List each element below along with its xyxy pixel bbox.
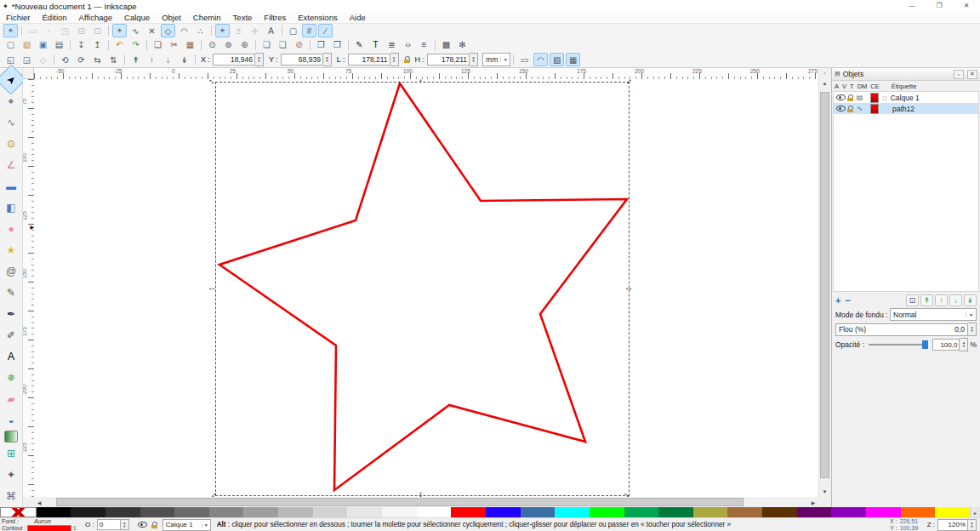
menu-item[interactable]: Objet [156, 12, 187, 23]
separator[interactable] [124, 54, 125, 65]
snap-rotation-centers[interactable]: ✛ [248, 24, 262, 37]
vertical-scroll-thumb[interactable] [820, 92, 829, 478]
separator[interactable] [108, 40, 109, 50]
width-spinner[interactable]: ▲▼ [390, 53, 399, 66]
snap-object-centers[interactable]: ± [231, 24, 246, 37]
snap-bbox-centers[interactable]: ⊡ [90, 24, 105, 37]
redo[interactable]: ↷ [128, 38, 143, 52]
unit-select[interactable]: mm ▼ [482, 53, 510, 66]
lock-ratio-icon[interactable] [404, 56, 410, 63]
document-properties[interactable]: ▩ [439, 38, 453, 52]
snap-cusp-nodes[interactable]: ◇ [161, 24, 175, 37]
stroke-color-swatch[interactable] [27, 525, 71, 531]
move-to-bottom[interactable]: ↡ [964, 294, 977, 306]
zoom-selection[interactable]: ⊙ [205, 38, 219, 52]
tool-gradient[interactable] [4, 431, 18, 442]
palette-swatch[interactable] [624, 507, 659, 517]
lock-icon[interactable] [847, 94, 853, 101]
horizontal-scrollbar[interactable]: ◀ ▶ [34, 497, 818, 507]
dock-icon[interactable]: ▫ [954, 70, 964, 79]
zoom-corner-button[interactable]: ▫ [819, 68, 830, 78]
vertical-scrollbar[interactable]: ▫ ▲ ▼ [818, 68, 830, 497]
snap-path-intersections[interactable]: ✕ [145, 24, 159, 37]
horizontal-scroll-thumb[interactable] [56, 498, 744, 506]
highlight-color-swatch[interactable] [870, 93, 879, 103]
close-button[interactable]: ✕ [953, 0, 980, 12]
palette-swatch[interactable] [140, 507, 175, 517]
separator[interactable] [211, 26, 212, 36]
zoom-drawing[interactable]: ⊚ [221, 38, 236, 52]
menu-item[interactable]: Fichier [0, 12, 37, 23]
opacity-input[interactable]: 100,0 [932, 339, 960, 351]
save-document[interactable]: ▣ [36, 38, 50, 52]
copy[interactable]: ❏ [151, 38, 165, 52]
tool-calligraphy[interactable]: ✐ [0, 324, 22, 345]
snap-bbox[interactable]: ▭ [26, 24, 40, 37]
vertical-ruler[interactable]: 75100125150175200225 ▶ [23, 79, 35, 497]
tool-tweak[interactable]: ∿ [0, 111, 22, 133]
layer-label[interactable]: Calque 1 [891, 94, 920, 102]
create-clone[interactable]: ❑ [276, 38, 290, 52]
palette-swatch[interactable] [105, 507, 140, 517]
opacity-spinner[interactable]: ▲▼ [960, 338, 968, 351]
text-dialog[interactable]: T [368, 38, 383, 52]
cut[interactable]: ✂ [167, 38, 181, 52]
separator[interactable] [146, 40, 147, 50]
move-to-top[interactable]: ↟ [920, 294, 933, 306]
palette-swatch[interactable] [451, 507, 486, 517]
snap-smooth-nodes[interactable]: ◠ [177, 24, 191, 37]
snap-page-border[interactable]: ▢ [286, 24, 300, 37]
fill-stroke-dialog[interactable]: ✎ [352, 38, 367, 52]
object-label[interactable]: path12 [892, 105, 914, 113]
scroll-up-icon[interactable]: ▲ [819, 78, 830, 88]
palette-swatch[interactable] [866, 507, 901, 517]
menu-item[interactable]: Édition [37, 12, 73, 23]
palette-swatch[interactable] [382, 507, 417, 517]
opacity-status-spinner[interactable]: ▲▼ [121, 519, 129, 530]
lower[interactable]: ↓ [161, 53, 175, 66]
zoom-page[interactable]: ⊛ [237, 38, 252, 52]
restore-button[interactable]: ❐ [926, 0, 953, 12]
separator[interactable] [310, 40, 311, 50]
scroll-right-icon[interactable]: ▶ [808, 497, 818, 507]
tool-measure[interactable]: ∠ [0, 154, 22, 175]
menu-item[interactable]: Chemin [187, 12, 227, 23]
zoom-spinner[interactable]: ▲▼ [968, 519, 977, 531]
snap-text-baselines[interactable]: A [264, 24, 278, 37]
snap-bbox-edge-midpoints[interactable]: ⊟ [74, 24, 88, 37]
palette-swatch[interactable] [174, 507, 209, 517]
separator[interactable] [21, 26, 22, 36]
palette-swatch[interactable] [555, 507, 590, 517]
separator[interactable] [201, 40, 202, 50]
menu-item[interactable]: Affichage [73, 12, 118, 23]
undo[interactable]: ↶ [112, 38, 127, 52]
raise[interactable]: ↑ [145, 53, 159, 66]
tool-spiral[interactable]: @ [0, 260, 22, 282]
group[interactable]: ❒ [314, 38, 328, 52]
snap-midpoints[interactable]: ∴ [193, 24, 208, 37]
palette-swatch[interactable] [590, 507, 624, 517]
transform-stroke[interactable]: ▭ [517, 53, 532, 66]
select-all-layers[interactable]: ◲ [20, 53, 34, 66]
close-icon[interactable]: ✕ [967, 70, 977, 79]
x-input[interactable]: 18,946 [213, 54, 255, 66]
palette-swatch[interactable] [797, 507, 832, 517]
new-document[interactable]: ▢ [3, 38, 18, 52]
x-spinner[interactable]: ▲▼ [255, 53, 264, 66]
separator[interactable] [282, 26, 282, 36]
transform-corners[interactable]: ◠ [533, 53, 548, 66]
y-spinner[interactable]: ▲▼ [323, 53, 332, 66]
separator[interactable] [195, 54, 196, 65]
palette-swatch[interactable] [313, 507, 348, 517]
menu-item[interactable]: Extensions [292, 12, 343, 23]
zoom-input[interactable]: 120% [937, 519, 968, 531]
separator[interactable] [348, 40, 349, 50]
duplicate[interactable]: ❏ [259, 38, 274, 52]
tool-3dbox[interactable]: ◧ [0, 197, 22, 218]
deselect[interactable]: ◇ [36, 53, 50, 66]
object-row[interactable]: ∿ path12 [834, 103, 978, 114]
separator[interactable] [108, 26, 109, 36]
separator[interactable] [255, 40, 256, 50]
height-input[interactable]: 178,211 [427, 54, 470, 66]
tool-mesh[interactable]: ⊞ [0, 442, 22, 464]
